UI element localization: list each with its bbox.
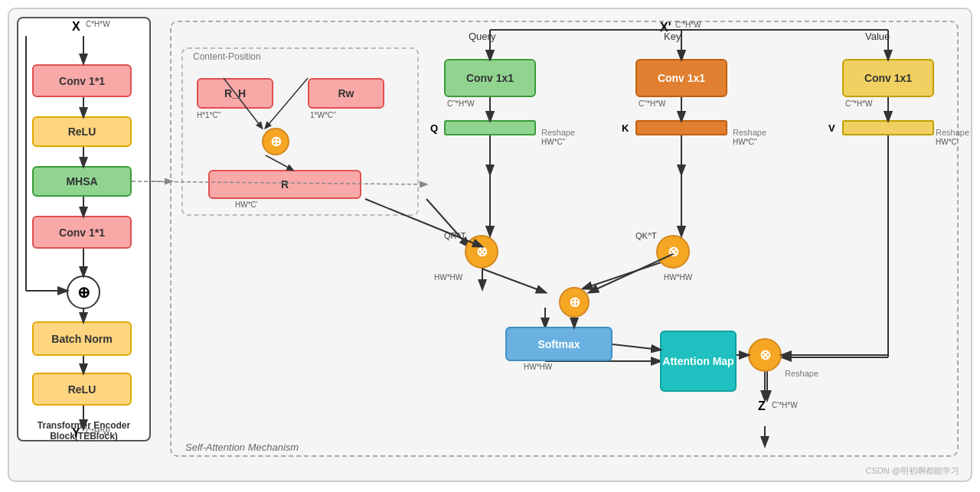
y-output-label: Y [72,426,80,440]
cp-label: Content-Position [193,51,261,62]
te-mhsa-box: MHSA [32,166,132,197]
qkt-label: QK^T [635,231,657,240]
xprime-dim: C'*H*W [675,21,701,29]
q-conv-dim: C''*H*W [447,99,474,108]
hw-hw-1: HW*HW [434,273,462,282]
te-batchnorm-box: Batch Norm [32,321,132,356]
k-conv-dim: C''*H*W [639,99,665,108]
reshape-k-label: Reshape [733,128,766,137]
watermark: CSDN @明初啊都能学习 [866,465,959,477]
v-label: V [828,122,835,134]
softmax-dim: HW*HW [524,363,552,371]
reshape-k-dim: HW*C'' [733,138,757,146]
te-block-label: Transformer Encoder Block(TEBlock) [38,420,130,441]
sum-plus-circle: ⊕ [559,287,590,318]
z-dim: C'*H*W [772,401,798,409]
te-conv1-box: Conv 1*1 [32,64,132,97]
conv-key-box: Conv 1x1 [635,59,727,97]
x-input-dim: C*H*W [86,20,110,28]
reshape-q-dim: HW*C'' [541,138,566,146]
query-label: Query [469,31,495,42]
times-circle-3: ⊗ [748,338,782,372]
rh-box: R_H [197,78,273,109]
te-conv2-box: Conv 1*1 [32,216,132,249]
k-label: K [622,122,629,134]
sa-label: Self-Attention Mechanism [185,441,299,453]
q-label: Q [430,122,438,134]
te-relu2-box: ReLU [32,373,132,406]
softmax-box: Softmax [505,327,612,361]
q-bar [444,120,536,135]
te-plus-circle: ⊕ [67,275,100,309]
r-dim: HW*C' [235,200,258,209]
attn-map-box: Attention Map [660,331,737,392]
hw-hw-2: HW*HW [664,273,692,282]
times-circle-1: ⊗ [465,235,498,269]
v-conv-dim: C''*H*W [845,99,872,108]
conv-query-box: Conv 1x1 [444,59,536,97]
rh-dim: H*1*C'' [197,111,221,119]
reshape-q-label: Reshape [541,128,575,137]
conv-value-box: Conv 1x1 [842,59,934,97]
times-circle-2: ⊗ [656,235,690,269]
reshape-v-label: Reshape [936,128,969,137]
reshape-v-dim: HW*C' [936,138,959,146]
xprime-label: X' [660,21,671,34]
r-box: R [208,170,361,199]
x-input-label: X [72,20,80,34]
z-label: Z [758,399,766,413]
value-label: Value [865,31,890,42]
k-bar [635,120,727,135]
rw-box: Rw [308,78,384,109]
qrt-label: QR^T [444,231,466,240]
y-output-dim: C*H*W [86,428,110,436]
te-relu1-box: ReLU [32,116,132,147]
cp-plus-circle: ⊕ [262,128,289,155]
diagram-container: Transformer Encoder Block(TEBlock) X C*H… [8,8,972,482]
reshape-z-label: Reshape [785,369,818,378]
rw-dim: 1*W*C'' [310,111,336,119]
v-bar [842,120,934,135]
